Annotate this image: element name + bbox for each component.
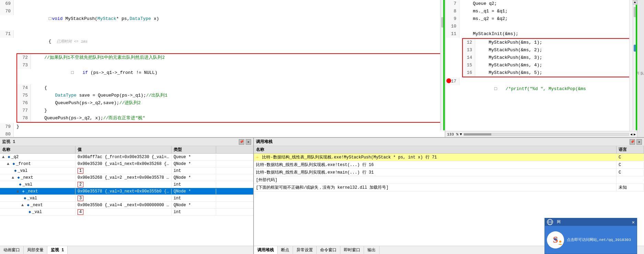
tab-command[interactable]: 命令窗口 bbox=[317, 246, 340, 254]
right-code-footer: 133 % ▼ ◀ ▶ bbox=[446, 131, 637, 137]
expand-icon[interactable]: □ bbox=[49, 16, 51, 21]
scroll-up-arrow[interactable]: ▲ bbox=[633, 0, 637, 5]
notif-header: 网 ✕ bbox=[545, 218, 637, 226]
right-scrollbar-h[interactable] bbox=[464, 133, 629, 136]
tab-animation[interactable]: 动画窗口 bbox=[0, 246, 24, 254]
code-area: 69 70 □void MyStackPush(MyStack* ps,Data… bbox=[0, 0, 644, 137]
line-num: 80 bbox=[0, 131, 14, 137]
code-line-69: 69 bbox=[0, 0, 445, 8]
line-num: 15 bbox=[463, 62, 475, 69]
zoom-percent-right: 133 % bbox=[447, 132, 458, 136]
line-content: { bbox=[31, 84, 443, 92]
watch-type: int bbox=[172, 209, 216, 215]
right-scroll-left[interactable]: ◀ bbox=[630, 132, 632, 136]
pin-button[interactable]: 📌 bbox=[239, 139, 244, 145]
watch-value: 0x00aff7ac {_front=0x00e35230 {_val=1 _n… bbox=[75, 154, 172, 160]
code-line-78: 78 QueuePush(ps->_q2, x);//而后在正常进"栈" bbox=[17, 114, 443, 122]
line-content: //如果队列1不空就先把队列1中的元素出队列然后进入队列2 bbox=[31, 54, 443, 62]
code-line-71: 71 { 已用时间 <= 1ms bbox=[0, 30, 445, 53]
val-box: 4 bbox=[78, 209, 83, 215]
right-line-13: 13 MyStackPush(&ms, 2); bbox=[463, 46, 636, 54]
tab-locals[interactable]: 局部变量 bbox=[24, 246, 47, 254]
tab-callstack[interactable]: 调用堆栈 bbox=[254, 246, 278, 254]
diamond-icon: ◆ bbox=[8, 155, 10, 159]
zoom-dropdown-right[interactable]: ▼ bbox=[460, 132, 462, 136]
line-content: □ /*printf("%d ", MystackPop(&ms bbox=[459, 78, 637, 100]
tree-arrow: ▲ bbox=[7, 162, 9, 166]
tab-watch1[interactable]: 监视 1 bbox=[47, 246, 68, 254]
breakpoint-dot bbox=[446, 78, 451, 83]
callstack-lang: 未知 bbox=[617, 184, 644, 191]
diamond-icon: ◆ bbox=[27, 203, 29, 208]
code-line-73: 73 □ if (ps->_q1->_front != NULL) bbox=[17, 62, 443, 84]
watch-panel: 监视 1 📌 ✕ 名称 值 类型 ▲ ◆_q2 0x00aff7ac {_fro… bbox=[0, 138, 254, 254]
right-mini-map bbox=[629, 0, 633, 131]
line-num: 77 bbox=[17, 107, 31, 114]
right-line-14: 14 MyStackPush(&ms, 3); bbox=[463, 54, 636, 62]
watch-row: ▲ ◆_front 0x00e35230 {_val=1_next=0x00e3… bbox=[0, 161, 253, 167]
callstack-controls: 📌 ✕ bbox=[630, 139, 642, 145]
left-scrollbar-v[interactable] bbox=[440, 0, 445, 130]
code-line-77: 77 } bbox=[17, 107, 443, 114]
tree-arrow: ▲ bbox=[12, 175, 14, 180]
line-num: 70 bbox=[0, 8, 14, 15]
expand-icon[interactable]: □ bbox=[494, 86, 497, 91]
watch-name: ◆_val bbox=[0, 181, 75, 187]
val-box: 2 bbox=[78, 182, 83, 187]
tab-output[interactable]: 输出 bbox=[364, 246, 379, 254]
col-value: 值 bbox=[75, 146, 172, 153]
code-line-80: 80 bbox=[0, 131, 445, 137]
watch-name: ▲ ◆_next bbox=[0, 202, 75, 208]
callstack-row-active[interactable]: ⇒ 比特-数据结构_线性表_用队列实现栈.exe!MyStackPush(MyS… bbox=[254, 154, 644, 161]
line-num: 12 bbox=[463, 39, 475, 46]
watch-row-selected[interactable]: ▲ ◆_next 0x00e35578 {_val=3_next=0x00e35… bbox=[0, 188, 253, 195]
watch-name: ▲ ◆_next bbox=[0, 175, 75, 180]
right-code-panel: 7 Queue q2; 8 ms._q1 = &q1; 9 ms._q2 = &… bbox=[445, 0, 637, 137]
callstack-row: [下面的框架可能不正确和/或缺失，没有为 kernel32.dll 加载符号] … bbox=[254, 184, 644, 191]
close-button[interactable]: ✕ bbox=[246, 139, 251, 145]
notif-middle-icon: 中 bbox=[554, 237, 558, 242]
line-num: 7 bbox=[446, 0, 459, 8]
right-red-box: 12 MyStackPush(&ms, 1); 13 MyStackPush(&… bbox=[462, 38, 636, 77]
watch-table: 名称 值 类型 ▲ ◆_q2 0x00aff7ac {_front=0x00e3… bbox=[0, 146, 253, 246]
tab-exception[interactable]: 异常设置 bbox=[293, 246, 317, 254]
watch-name: ▲ ◆_front bbox=[0, 161, 75, 167]
tab-breakpoints[interactable]: 断点 bbox=[278, 246, 293, 254]
notif-body: S 中 点击即可访问网站,net/qq_3918303 bbox=[545, 226, 637, 254]
right-scroll-thumb-h bbox=[464, 133, 491, 135]
callstack-pin[interactable]: 📌 bbox=[630, 139, 635, 145]
line-content: MyStackPush(&ms, 4); bbox=[475, 62, 636, 69]
right-code-scroll[interactable]: 7 Queue q2; 8 ms._q1 = &q1; 9 ms._q2 = &… bbox=[446, 0, 637, 137]
code-line-79: 79 } bbox=[0, 123, 445, 131]
line-content: { 已用时间 <= 1ms bbox=[14, 30, 445, 53]
line-content: DataType save = QueuePop(ps->_q1);//出队列1 bbox=[31, 92, 443, 99]
right-margin-labels: 队 列 实 现 栈 图 bbox=[637, 0, 644, 137]
diamond-icon: ◆ bbox=[22, 189, 24, 194]
line-content: MyStackInit(&ms); bbox=[459, 30, 637, 38]
watch-row: ◆_val 2 int bbox=[0, 181, 253, 188]
col-name: 名称 bbox=[0, 146, 75, 153]
watch-type: QNode * bbox=[172, 202, 216, 208]
line-num: 11 bbox=[446, 30, 459, 38]
notif-close-button[interactable]: ✕ bbox=[632, 219, 635, 225]
line-num: 69 bbox=[0, 0, 14, 8]
left-code-scroll[interactable]: 69 70 □void MyStackPush(MyStack* ps,Data… bbox=[0, 0, 445, 137]
callstack-close[interactable]: ✕ bbox=[636, 139, 642, 145]
line-content: MyStackPush(&ms, 5); bbox=[475, 69, 636, 77]
callstack-lang: C bbox=[617, 162, 644, 168]
notif-text: 点击即可访问网站,net/qq_3918303 bbox=[567, 237, 631, 242]
callstack-header: 调用堆栈 📌 ✕ bbox=[254, 138, 644, 146]
right-scrollbar-v[interactable] bbox=[633, 0, 637, 130]
globe-icon bbox=[547, 219, 553, 225]
callstack-lang: C bbox=[617, 154, 644, 161]
code-line-74: 74 { bbox=[17, 84, 443, 92]
expand-icon[interactable]: □ bbox=[71, 70, 74, 75]
watch-value: 3 bbox=[75, 195, 172, 201]
arrow-icon: ⇒ bbox=[256, 155, 258, 160]
tab-immediate[interactable]: 即时窗口 bbox=[340, 246, 364, 254]
notif-header-text: 网 bbox=[547, 219, 561, 225]
notification-popup: 网 ✕ S 中 点击即可访问网站,net/qq_3918303 bbox=[545, 218, 637, 254]
watch-value: 0x00e355b0 {_val=4 _next=0x00000000 <NUL… bbox=[75, 202, 172, 208]
code-line-75: 75 DataType save = QueuePop(ps->_q1);//出… bbox=[17, 92, 443, 99]
right-scroll-right[interactable]: ▶ bbox=[634, 132, 636, 136]
